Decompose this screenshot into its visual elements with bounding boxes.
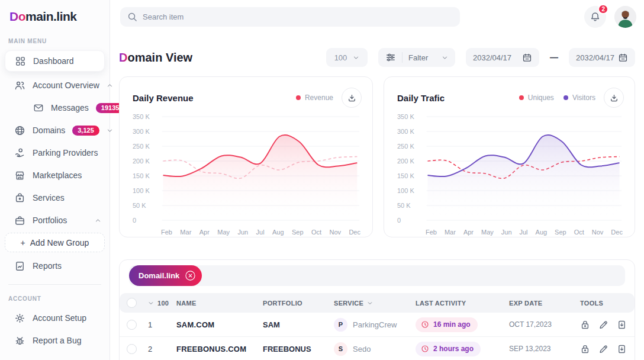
domain-name: FREEBONUS.COM [176,345,263,353]
chart-title: Daily Trafic [397,93,519,103]
row-number: 2 [148,345,176,353]
last-activity-pill: 16 min ago [416,317,478,332]
y-axis-tick: 200 K [133,158,150,165]
download-button[interactable] [342,88,362,108]
sidebar-item-dashboard[interactable]: Dashboard [5,50,105,72]
chevron-down-icon [353,54,359,61]
x-axis-tick: Jun [237,229,248,236]
y-axis-labels: 350 K300 K250 K200 K150 K100 K50 K0 [397,114,423,226]
date-from-value: 2032/04/17 [473,53,511,62]
search-bar[interactable] [120,7,460,27]
y-axis-tick: 50 K [133,202,146,209]
page-title-rest: omain View [127,51,192,64]
add-group-label: Add New Group [30,238,89,247]
table-page-size[interactable]: 100 [148,300,176,307]
date-from-picker[interactable]: 2032/04/17 [466,48,539,67]
service-name: Sedo [353,345,371,353]
file-download-icon[interactable] [617,344,627,354]
page-size-select[interactable]: 100 [326,48,368,67]
row-number: 1 [148,320,176,329]
filter-dropdown[interactable]: Falter [378,48,455,67]
sidebar-item-domains[interactable]: Domains 3,125 [0,120,110,140]
logo-accent-text: Do [9,9,25,23]
y-axis-tick: 200 K [397,158,414,165]
sidebar-item-label: Parking Providers [33,148,101,158]
sidebar-item-account-overview[interactable]: Account Overview [0,75,110,95]
sidebar-item-label: Domains [33,126,65,135]
sidebar-item-reports[interactable]: Reports [0,256,110,276]
app-logo: Domain.link [0,9,110,24]
sidebar-item-account-setup[interactable]: Account Setup [0,308,110,328]
main-menu-label: MAIN MENU [8,38,110,44]
store-icon [14,170,25,181]
x-axis-tick: Dec [611,229,623,236]
domain-name: SAM.COM [176,320,263,329]
bag-icon [14,192,25,204]
filter-tag-domail-link[interactable]: Domail.link [129,265,202,286]
chevron-down-icon [148,300,154,306]
x-axis-tick: Feb [426,229,437,236]
chevron-up-icon [95,217,101,224]
account-section-label: ACCOUNT [8,295,110,302]
x-axis-tick: Dec [349,229,360,236]
date-to-picker[interactable]: 2032/04/17 [569,48,635,67]
lock-icon[interactable] [580,344,590,354]
sidebar-item-parking-providers[interactable]: Parking Providers [0,143,110,163]
y-axis-tick: 300 K [133,128,150,135]
service-cell: P ParkingCrew [334,318,416,332]
last-activity-cell: 2 hours ago [416,342,509,356]
chevron-down-icon [367,300,373,306]
clock-icon [421,320,429,329]
notifications-button[interactable]: 2 [584,6,606,28]
x-axis-tick: Nov [592,229,604,236]
legend-label: Visitors [572,94,595,102]
chart-plot [159,114,362,226]
edit-pencil-icon[interactable] [598,344,608,354]
vertical-divider [402,52,402,63]
column-header-service[interactable]: SERVICE [334,300,416,307]
row-checkbox[interactable] [127,320,137,330]
y-axis-tick: 350 K [133,113,150,120]
globe-icon [14,125,25,136]
column-header-exp-date: EXP DATE [509,300,580,307]
plus-icon: + [21,238,25,247]
sidebar-item-portfolios[interactable]: Portfolios [0,210,110,230]
lock-icon[interactable] [580,320,590,330]
x-axis-tick: Mar [180,229,191,236]
calendar-icon [522,53,532,63]
row-checkbox[interactable] [127,344,137,354]
add-new-group-button[interactable]: + Add New Group [5,233,105,252]
y-axis-tick: 150 K [397,172,414,179]
edit-pencil-icon[interactable] [598,320,608,330]
sidebar-item-marketplaces[interactable]: Marketplaces [0,165,110,185]
avatar[interactable] [614,6,636,28]
chart-plot [423,114,624,226]
page-title-accent: D [119,51,127,64]
x-axis-tick: Jul [520,229,528,236]
legend-label: Revenue [305,94,333,102]
sidebar-item-services[interactable]: Services [0,188,110,208]
notification-count-badge: 2 [598,4,608,14]
table-header-row: 100 NAME PORTFOLIO SERVICE LAST ACTIVITY… [120,293,635,313]
legend-item-visitors: Visitors [564,94,595,102]
chart-title: Daily Revenue [133,93,296,103]
download-button[interactable] [604,88,624,108]
sidebar-item-label: Reports [33,261,101,271]
gear-icon [14,313,25,324]
x-axis-tick: Sep [555,229,566,236]
sidebar-item-messages[interactable]: Messages 19135 [0,98,110,118]
daily-revenue-chart-card: Daily Revenue Revenue 350 K300 K250 K200… [119,76,373,237]
column-header-portfolio: PORTFOLIO [263,300,334,307]
column-header-name: NAME [176,300,263,307]
close-icon[interactable] [185,270,196,281]
select-all-checkbox[interactable] [127,298,137,308]
table-row: 2 FREEBONUS.COM FREEBONUS S Sedo 2 hours… [120,337,635,360]
search-input[interactable] [143,12,453,21]
y-axis-tick: 0 [133,217,136,224]
y-axis-tick: 250 K [133,143,150,150]
y-axis-tick: 100 K [133,187,150,194]
sidebar-item-report-a-bug[interactable]: Report a Bug [0,330,110,351]
y-axis-tick: 100 K [397,187,414,194]
file-download-icon[interactable] [617,320,627,330]
clock-icon [421,345,429,353]
